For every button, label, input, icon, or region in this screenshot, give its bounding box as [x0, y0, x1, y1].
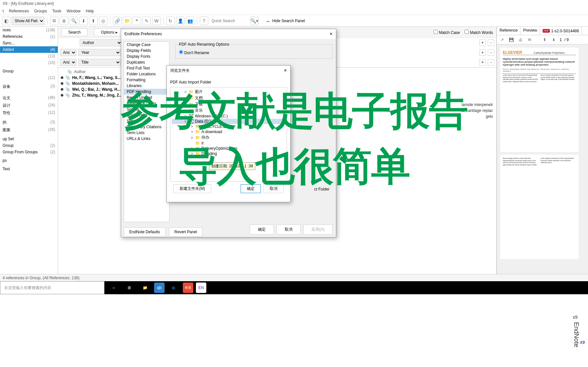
prefs-item[interactable]: Reference Types	[124, 100, 169, 106]
sidebar-item[interactable]: Text	[0, 166, 58, 172]
sidebar-item[interactable]: 设备(3)	[0, 83, 58, 90]
open-icon[interactable]: ↗	[499, 37, 505, 43]
tree-node[interactable]: >📁图片	[172, 89, 285, 95]
prefs-item[interactable]: Sorting	[124, 106, 169, 112]
prefs-item[interactable]: URLs & Links	[124, 136, 169, 142]
field-select[interactable]: Year	[78, 49, 121, 56]
field-select[interactable]: Author	[80, 39, 122, 46]
sidebar-item[interactable]: 的(3)	[0, 119, 58, 126]
sidebar-item[interactable]: (12)	[0, 74, 58, 81]
hide-search-panel[interactable]: ︽ Hide Search Panel	[266, 18, 305, 23]
add-row-button[interactable]: +	[479, 59, 486, 66]
tree-node[interactable]: >📁$RECYCLE.BIN	[172, 124, 285, 129]
new-folder-button[interactable]: 新建文件夹(M)	[173, 184, 211, 193]
sidebar-item[interactable]: Sync...	[0, 40, 58, 46]
cancel-button[interactable]: 取消	[263, 184, 284, 193]
tree-node[interactable]: >📁下载	[172, 101, 285, 107]
match-words-check[interactable]: Match Words	[465, 30, 493, 35]
dont-rename-radio[interactable]: Don't Rename	[179, 51, 209, 55]
close-icon[interactable]: ✕	[284, 68, 287, 73]
sync-icon[interactable]: ↻	[166, 17, 175, 25]
sidebar-item[interactable]: ps	[0, 157, 58, 164]
tree-node[interactable]: >📁A-download	[172, 129, 285, 134]
sidebar-item[interactable]: nces(138)	[0, 27, 58, 33]
sidebar-item[interactable]: up Set	[0, 136, 58, 142]
bool-select[interactable]: And	[60, 59, 76, 66]
menu-tools[interactable]: Tools	[52, 7, 61, 15]
email-icon[interactable]: ✉	[526, 37, 533, 43]
menu-groups[interactable]: Groups	[34, 7, 47, 15]
prefs-item[interactable]: Term Lists	[124, 130, 169, 136]
sidebar-item[interactable]: Group(2)	[0, 142, 58, 149]
export-icon[interactable]: ⬆	[89, 17, 98, 25]
prefs-item[interactable]: Display Fonts	[124, 54, 169, 59]
pdf-viewer[interactable]: ELSEVIER Carbohydrate Polymers Highly st…	[497, 44, 588, 274]
sidebar-item[interactable]: (15)	[0, 59, 58, 66]
select-folder-fragment[interactable]: ct Folder	[314, 187, 329, 191]
sidebar-item[interactable]: 图案(26)	[0, 126, 58, 134]
sidebar-item[interactable]: Group	[0, 68, 58, 74]
prefs-item[interactable]: Change Case	[124, 42, 169, 48]
edge-icon[interactable]: ◐	[167, 283, 180, 293]
sidebar-item[interactable]: References(1)	[0, 33, 58, 40]
sidebar-item[interactable]: Added(4)	[0, 46, 58, 53]
quote-icon[interactable]: ❝	[133, 17, 141, 25]
tree-node[interactable]: >📁文档	[172, 95, 285, 101]
prefs-item[interactable]: Duplicates	[124, 59, 169, 65]
tree-node[interactable]: >📁DeliveryOptimization	[172, 146, 285, 151]
prefs-item[interactable]: PDF Handling	[124, 89, 169, 95]
show-fields-select[interactable]: Show All Fields	[12, 17, 44, 25]
sidebar-item[interactable]: (13)	[0, 53, 58, 59]
folder-icon[interactable]: 📁	[123, 17, 131, 25]
prefs-item[interactable]: Folder Locations	[124, 71, 169, 77]
tab-reference[interactable]: Reference	[497, 27, 520, 35]
menu-references[interactable]: References	[9, 7, 29, 15]
explorer-icon[interactable]: 📁	[138, 283, 151, 293]
save-icon[interactable]: 💾	[508, 37, 515, 43]
ok-button[interactable]: 确定	[241, 184, 261, 193]
tree-node[interactable]: v📁待办	[172, 134, 285, 141]
sidebar-item[interactable]: Group From Groups(2)	[0, 149, 58, 155]
sidebar-item[interactable]: 导性(12)	[0, 109, 58, 117]
menu-window[interactable]: Window	[67, 7, 81, 15]
share-icon[interactable]: 👤	[176, 17, 184, 25]
tree-node[interactable]: >📁音乐	[172, 107, 285, 114]
prefs-item[interactable]: Temporary Citations	[124, 124, 169, 130]
endnote-icon[interactable]: EN	[196, 283, 206, 293]
remove-row-button[interactable]: -	[488, 39, 494, 46]
prefs-item[interactable]: Formatting	[124, 77, 169, 83]
copy-icon[interactable]: ⧉	[50, 17, 58, 25]
cortana-icon[interactable]: ○	[107, 283, 120, 293]
prefs-item[interactable]: Find Full Text	[124, 65, 169, 71]
prefs-item[interactable]: Display Fields	[124, 48, 169, 54]
close-icon[interactable]: ✕	[329, 32, 333, 36]
import-icon[interactable]: ⬇	[79, 17, 88, 25]
tab-preview[interactable]: Preview	[520, 27, 540, 35]
help-icon[interactable]: ?	[200, 17, 208, 25]
prefs-category-list[interactable]: Change CaseDisplay FieldsDisplay FontsDu…	[124, 41, 169, 222]
ok-button[interactable]: 确定	[250, 224, 274, 235]
prefs-item[interactable]: Spell Check	[124, 112, 169, 118]
apply-button[interactable]: 应用(A)	[303, 224, 333, 235]
tree-node[interactable]: >📁Dingding	[172, 151, 285, 156]
bool-select[interactable]: And	[60, 49, 76, 56]
search-online-icon[interactable]: 🔍	[70, 17, 78, 25]
link-icon[interactable]: 🔗	[113, 17, 121, 25]
quick-search-input[interactable]	[210, 17, 249, 25]
tab-pdf[interactable]: PDF 1-s2.0-S014486	[540, 27, 582, 35]
prefs-item[interactable]: Read / Unread	[124, 95, 169, 100]
word-icon[interactable]: W	[152, 17, 161, 25]
sidebar-item[interactable]: 论文(46)	[0, 94, 58, 102]
field-select[interactable]: Title	[78, 59, 121, 66]
match-case-check[interactable]: Match Case	[434, 30, 460, 35]
sidebar-item[interactable]: 设计(24)	[0, 102, 58, 109]
mode-button[interactable]: ◧	[2, 17, 10, 25]
cancel-button[interactable]: 取消	[277, 224, 301, 235]
search-button[interactable]: Search	[61, 28, 87, 36]
taskview-icon[interactable]: ⊞	[123, 283, 136, 293]
format-icon[interactable]: ✎	[142, 17, 151, 25]
tree-node[interactable]: v💽Data (D:)	[172, 119, 285, 124]
next-page-icon[interactable]: ⬇	[550, 37, 557, 43]
add-row-button[interactable]: +	[479, 39, 486, 46]
prefs-item[interactable]: Sync	[124, 118, 169, 124]
